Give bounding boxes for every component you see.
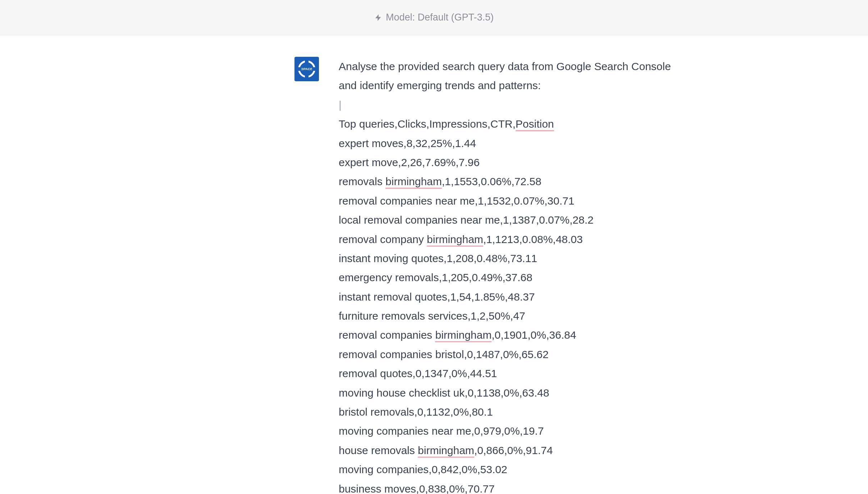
data-row: instant removal quotes,1,54,1.85%,48.37 <box>339 287 686 306</box>
data-text: expert move,2,26,7.69%,7.96 <box>339 156 480 168</box>
avatar-label: OPACE <box>301 67 313 71</box>
data-text: removals <box>339 175 385 187</box>
data-row: removal companies birmingham,0,1901,0%,3… <box>339 325 686 344</box>
user-message: OPACE Analyse the provided search query … <box>146 57 722 494</box>
csv-header-prefix: Top queries,Clicks,Impressions,CTR, <box>339 118 516 130</box>
lightning-icon <box>374 14 382 22</box>
data-row: furniture removals services,1,2,50%,47 <box>339 306 686 325</box>
model-label: Model: Default (GPT-3.5) <box>386 12 494 23</box>
data-text: ,0,866,0%,91.74 <box>474 444 553 456</box>
data-text: furniture removals services,1,2,50%,47 <box>339 310 525 322</box>
data-text: removal company <box>339 233 427 245</box>
data-row: moving companies near me,0,979,0%,19.7 <box>339 421 686 440</box>
csv-header-row: Top queries,Clicks,Impressions,CTR,Posit… <box>339 114 686 133</box>
data-row: removal quotes,0,1347,0%,44.51 <box>339 364 686 383</box>
data-row: bristol removals,0,1132,0%,80.1 <box>339 402 686 421</box>
data-row: instant moving quotes,1,208,0.48%,73.11 <box>339 249 686 268</box>
spellcheck-underline: birmingham <box>385 175 442 189</box>
data-text: emergency removals,1,205,0.49%,37.68 <box>339 271 533 283</box>
data-row: expert move,2,26,7.69%,7.96 <box>339 153 686 172</box>
data-text: ,1,1553,0.06%,72.58 <box>442 175 542 187</box>
data-row: house removals birmingham,0,866,0%,91.74 <box>339 441 686 460</box>
data-text: instant removal quotes,1,54,1.85%,48.37 <box>339 291 535 303</box>
data-text: bristol removals,0,1132,0%,80.1 <box>339 406 493 418</box>
data-row: removals birmingham,1,1553,0.06%,72.58 <box>339 172 686 191</box>
data-text: expert moves,8,32,25%,1.44 <box>339 137 476 149</box>
cursor-line: | <box>339 95 686 114</box>
csv-header-position: Position <box>516 118 554 131</box>
data-row: removal companies bristol,0,1487,0%,65.6… <box>339 345 686 364</box>
spellcheck-underline: birmingham <box>418 444 474 458</box>
data-row: removal company birmingham,1,1213,0.08%,… <box>339 230 686 249</box>
prompt-text: Analyse the provided search query data f… <box>339 57 686 95</box>
data-row: local removal companies near me,1,1387,0… <box>339 210 686 229</box>
data-text: ,0,1901,0%,36.84 <box>492 329 576 341</box>
data-text: house removals <box>339 444 418 456</box>
avatar: OPACE <box>294 57 319 81</box>
data-text: moving companies,0,842,0%,53.02 <box>339 463 507 475</box>
content-area: OPACE Analyse the provided search query … <box>0 35 868 494</box>
spellcheck-underline: birmingham <box>435 329 492 342</box>
model-header: Model: Default (GPT-3.5) <box>0 0 868 35</box>
spellcheck-underline: birmingham <box>427 233 483 247</box>
data-row: emergency removals,1,205,0.49%,37.68 <box>339 268 686 287</box>
data-text: removal quotes,0,1347,0%,44.51 <box>339 367 497 379</box>
data-text: business moves,0,838,0%,70.77 <box>339 483 495 494</box>
data-text: removal companies bristol,0,1487,0%,65.6… <box>339 348 549 360</box>
data-text: instant moving quotes,1,208,0.48%,73.11 <box>339 252 537 264</box>
data-text: moving companies near me,0,979,0%,19.7 <box>339 425 544 437</box>
data-row: business moves,0,838,0%,70.77 <box>339 479 686 494</box>
message-body[interactable]: Analyse the provided search query data f… <box>339 57 686 494</box>
data-text: ,1,1213,0.08%,48.03 <box>483 233 583 245</box>
data-text: removal companies near me,1,1532,0.07%,3… <box>339 195 574 207</box>
data-text: removal companies <box>339 329 435 341</box>
data-row: removal companies near me,1,1532,0.07%,3… <box>339 191 686 210</box>
data-text: moving house checklist uk,0,1138,0%,63.4… <box>339 387 549 399</box>
data-text: local removal companies near me,1,1387,0… <box>339 214 594 226</box>
data-row: moving house checklist uk,0,1138,0%,63.4… <box>339 383 686 402</box>
data-row: moving companies,0,842,0%,53.02 <box>339 460 686 479</box>
data-row: expert moves,8,32,25%,1.44 <box>339 134 686 153</box>
